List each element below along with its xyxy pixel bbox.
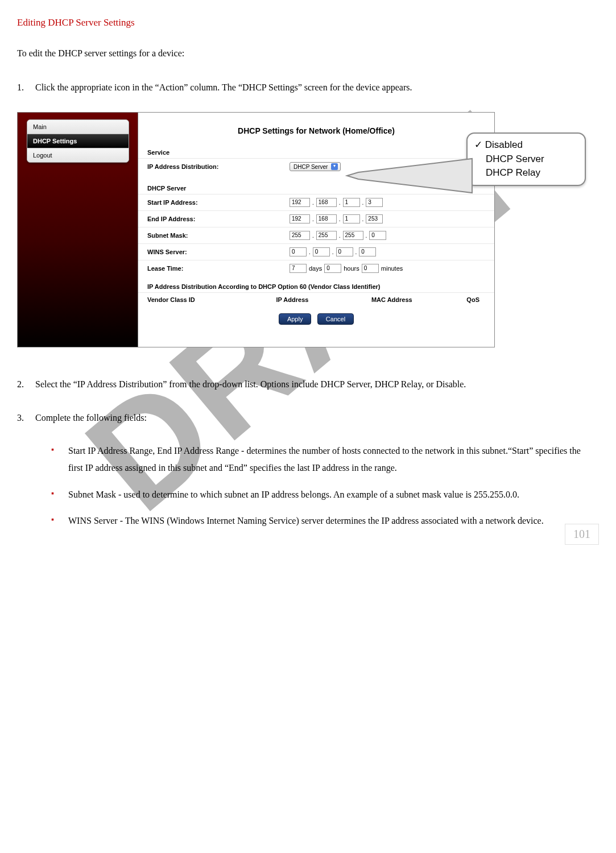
step-text: Select the “IP Address Distribution” fro… xyxy=(35,376,582,393)
apply-button[interactable]: Apply xyxy=(279,313,312,325)
dhcp-settings-screenshot: Main DHCP Settings Logout DHCP Settings … xyxy=(17,112,495,347)
step-number: 1. xyxy=(17,79,35,96)
subnet-octet-2[interactable]: 255 xyxy=(316,231,337,240)
dropdown-option-dhcp-relay[interactable]: DHCP Relay xyxy=(474,166,578,180)
sidebar-item-main[interactable]: Main xyxy=(27,120,129,134)
lease-hours-input[interactable]: 0 xyxy=(324,264,341,273)
bullet-icon: ▪ xyxy=(51,512,68,529)
lease-hours-unit: hours xyxy=(344,265,359,272)
end-ip-octet-2[interactable]: 168 xyxy=(316,214,337,223)
subnet-label: Subnet Mask: xyxy=(147,232,290,239)
start-ip-octet-2[interactable]: 168 xyxy=(316,198,337,207)
col-qos: QoS xyxy=(466,296,485,303)
wins-octet-3[interactable]: 0 xyxy=(336,247,353,256)
subnet-octet-3[interactable]: 255 xyxy=(343,231,363,240)
wins-label: WINS Server: xyxy=(147,249,290,255)
bullet-start-end-ip: ▪ Start IP Address Range, End IP Address… xyxy=(51,442,582,477)
bullet-text: Start IP Address Range, End IP Address R… xyxy=(68,442,582,477)
dropdown-arrow-icon: ▾ xyxy=(331,163,338,170)
sidebar-item-dhcp-settings[interactable]: DHCP Settings xyxy=(27,134,129,148)
bullet-wins-server: ▪ WINS Server - The WINS (Windows Intern… xyxy=(51,512,582,529)
lease-minutes-unit: minutes xyxy=(381,265,403,272)
cancel-button[interactable]: Cancel xyxy=(317,313,354,325)
ip-distribution-label: IP Address Distribution: xyxy=(147,163,290,170)
lease-label: Lease Time: xyxy=(147,265,290,272)
subnet-octet-1[interactable]: 255 xyxy=(290,231,310,240)
lease-days-unit: days xyxy=(309,265,322,272)
dropdown-option-disabled[interactable]: Disabled xyxy=(474,138,578,152)
col-vendor-class-id: Vendor Class ID xyxy=(147,296,276,303)
start-ip-label: Start IP Address: xyxy=(147,199,290,206)
end-ip-octet-1[interactable]: 192 xyxy=(290,214,310,223)
section-heading: Editing DHCP Server Settings xyxy=(17,17,582,28)
intro-paragraph: To edit the DHCP server settings for a d… xyxy=(17,45,582,62)
step-1: 1. Click the appropriate icon in the “Ac… xyxy=(17,79,582,96)
wins-octet-1[interactable]: 0 xyxy=(290,247,307,256)
step-3: 3. Complete the following fields: xyxy=(17,409,582,426)
end-ip-octet-4[interactable]: 253 xyxy=(366,214,383,223)
step-number: 3. xyxy=(17,409,35,426)
bullet-icon: ▪ xyxy=(51,486,68,503)
step-number: 2. xyxy=(17,376,35,393)
start-ip-octet-4[interactable]: 3 xyxy=(366,198,383,207)
subnet-octet-4[interactable]: 0 xyxy=(369,231,386,240)
wins-octet-4[interactable]: 0 xyxy=(359,247,376,256)
wins-octet-2[interactable]: 0 xyxy=(313,247,330,256)
ip-distribution-select[interactable]: DHCP Server ▾ xyxy=(290,162,341,171)
sidebar-item-logout[interactable]: Logout xyxy=(27,148,129,162)
bullet-subnet-mask: ▪ Subnet Mask - used to determine to whi… xyxy=(51,486,582,503)
lease-minutes-input[interactable]: 0 xyxy=(362,264,379,273)
start-ip-octet-3[interactable]: 1 xyxy=(343,198,360,207)
callout-pointer-icon xyxy=(347,153,472,198)
bullet-icon: ▪ xyxy=(51,442,68,477)
sidebar-menu: Main DHCP Settings Logout xyxy=(27,119,129,163)
end-ip-label: End IP Address: xyxy=(147,216,290,222)
panel-title: DHCP Settings for Network (Home/Office) xyxy=(138,113,494,143)
col-ip-address: IP Address xyxy=(276,296,371,303)
start-ip-octet-1[interactable]: 192 xyxy=(290,198,310,207)
bullet-text: Subnet Mask - used to determine to which… xyxy=(68,486,582,503)
option60-note: IP Address Distribution According to DHC… xyxy=(138,276,494,292)
end-ip-octet-3[interactable]: 1 xyxy=(343,214,360,223)
ip-distribution-value: DHCP Server xyxy=(293,164,328,170)
step-text: Click the appropriate icon in the “Actio… xyxy=(35,79,582,96)
bullet-text: WINS Server - The WINS (Windows Internet… xyxy=(68,512,582,529)
lease-days-input[interactable]: 7 xyxy=(290,264,307,273)
sidebar: Main DHCP Settings Logout xyxy=(18,113,138,347)
step-2: 2. Select the “IP Address Distribution” … xyxy=(17,376,582,393)
col-mac-address: MAC Address xyxy=(371,296,466,303)
step-text: Complete the following fields: xyxy=(35,409,582,426)
dropdown-option-dhcp-server[interactable]: DHCP Server xyxy=(474,152,578,167)
dropdown-callout: Disabled DHCP Server DHCP Relay xyxy=(466,132,586,186)
